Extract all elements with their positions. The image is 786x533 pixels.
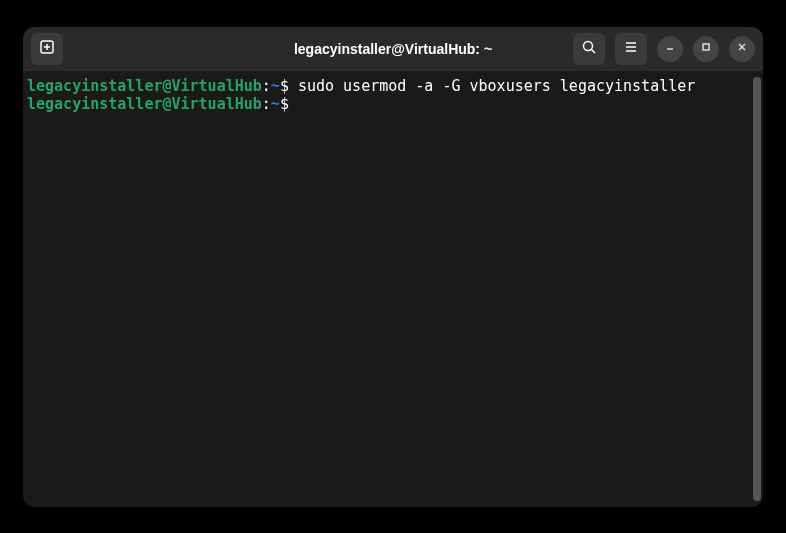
titlebar: legacyinstaller@VirtualHub: ~	[23, 27, 763, 71]
svg-rect-9	[703, 44, 709, 50]
minimize-button[interactable]	[657, 36, 683, 62]
prompt-colon: :	[262, 95, 271, 113]
close-button[interactable]	[729, 36, 755, 62]
new-tab-icon	[39, 39, 55, 58]
prompt-user-host: legacyinstaller@VirtualHub	[27, 95, 262, 113]
prompt-symbol: $	[280, 77, 289, 95]
prompt-symbol: $	[280, 95, 289, 113]
search-button[interactable]	[573, 33, 605, 65]
hamburger-icon	[623, 39, 639, 58]
new-tab-button[interactable]	[31, 33, 63, 65]
search-icon	[581, 39, 597, 58]
prompt-path: ~	[271, 77, 280, 95]
maximize-icon	[699, 40, 713, 57]
menu-button[interactable]	[615, 33, 647, 65]
close-icon	[735, 40, 749, 57]
terminal-line: legacyinstaller@VirtualHub:~$ sudo userm…	[27, 77, 759, 95]
command-text: sudo usermod -a -G vboxusers legacyinsta…	[289, 77, 695, 95]
prompt-user-host: legacyinstaller@VirtualHub	[27, 77, 262, 95]
terminal-line: legacyinstaller@VirtualHub:~$	[27, 95, 759, 113]
maximize-button[interactable]	[693, 36, 719, 62]
minimize-icon	[663, 40, 677, 57]
prompt-path: ~	[271, 95, 280, 113]
terminal-body[interactable]: legacyinstaller@VirtualHub:~$ sudo userm…	[23, 71, 763, 507]
terminal-window: legacyinstaller@VirtualHub: ~	[23, 27, 763, 507]
svg-point-3	[584, 42, 593, 51]
scrollbar[interactable]	[753, 77, 761, 501]
svg-line-4	[592, 50, 596, 54]
prompt-colon: :	[262, 77, 271, 95]
scrollbar-thumb[interactable]	[753, 77, 761, 501]
